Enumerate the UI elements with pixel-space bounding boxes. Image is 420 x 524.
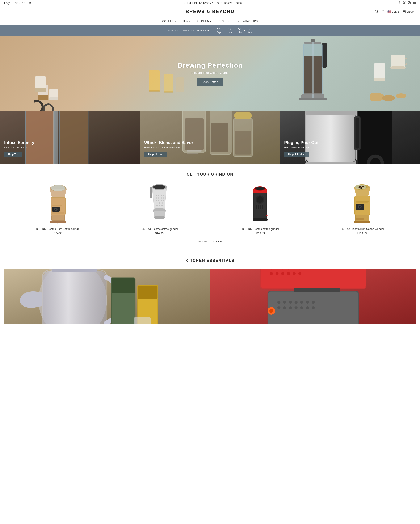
youtube-icon[interactable] bbox=[413, 1, 416, 5]
hero-section: Brewing Perfection Elevate Your Coffee G… bbox=[0, 36, 420, 111]
product-image bbox=[313, 183, 410, 225]
product-card[interactable]: BISTRO Electric Burr Coffee Grinder $74.… bbox=[10, 183, 107, 235]
svg-point-118 bbox=[154, 216, 165, 219]
shop-ebodum-button[interactable]: Shop E-Bodum bbox=[284, 152, 309, 157]
cart-button[interactable]: Cart 0 bbox=[402, 10, 414, 13]
svg-point-133 bbox=[258, 207, 259, 209]
svg-point-192 bbox=[294, 301, 297, 304]
pinterest-icon[interactable] bbox=[408, 1, 411, 5]
svg-point-199 bbox=[294, 306, 297, 309]
svg-rect-146 bbox=[356, 201, 369, 201]
product-name: BISTRO Electric Burr Coffee Grinder bbox=[10, 227, 107, 230]
grinder-copper-visual bbox=[45, 183, 71, 225]
svg-point-194 bbox=[306, 301, 309, 304]
kitchen-panel-right[interactable] bbox=[210, 269, 416, 324]
kitchen-panel-subtitle: Essentials for the modern home bbox=[144, 146, 193, 149]
nav-coffee[interactable]: COFFEE ▾ bbox=[162, 19, 176, 23]
svg-point-99 bbox=[156, 197, 157, 199]
search-icon[interactable] bbox=[375, 10, 378, 14]
sale-banner: Save up to 50% in our Annual Sale 11 Day… bbox=[0, 26, 420, 36]
account-icon[interactable] bbox=[381, 10, 385, 14]
svg-rect-25 bbox=[391, 55, 405, 68]
svg-point-26 bbox=[390, 66, 406, 69]
svg-rect-85 bbox=[52, 203, 62, 203]
svg-rect-152 bbox=[356, 215, 369, 221]
svg-point-185 bbox=[298, 272, 301, 275]
site-logo[interactable]: BREWS & BEYOND bbox=[142, 9, 278, 14]
products-carousel: ‹ bbox=[4, 183, 416, 235]
product-card[interactable]: BISTRO Electric coffee grinder $44.99 bbox=[111, 183, 208, 235]
currency-selector[interactable]: 🇺🇸 USD $ bbox=[387, 10, 399, 13]
top-bar-left: FAQ'S CONTACT US bbox=[4, 2, 31, 5]
product-card[interactable]: BISTRO Electric coffee grinder $19.99 bbox=[212, 183, 309, 235]
carousel-next-button[interactable]: › bbox=[410, 204, 416, 213]
svg-point-110 bbox=[157, 205, 158, 206]
svg-point-0 bbox=[375, 10, 377, 12]
svg-point-130 bbox=[260, 205, 261, 207]
svg-rect-35 bbox=[164, 91, 173, 93]
shop-kitchen-button[interactable]: Shop Kitchen bbox=[144, 152, 167, 157]
countdown-secs: 53 Secs bbox=[247, 27, 252, 34]
svg-rect-144 bbox=[356, 199, 369, 199]
carousel-prev-button[interactable]: ‹ bbox=[4, 204, 10, 213]
top-bar-center: ‹ FREE DELIVERY ON ALL ORDERS OVER $100 … bbox=[184, 2, 244, 5]
promo-next-button[interactable]: › bbox=[243, 2, 244, 5]
nav-brewing-tips[interactable]: BREWING TIPS bbox=[237, 19, 258, 23]
contact-link[interactable]: CONTACT US bbox=[15, 2, 31, 5]
svg-point-100 bbox=[158, 197, 159, 199]
svg-rect-74 bbox=[306, 111, 356, 115]
svg-rect-42 bbox=[60, 111, 88, 164]
shop-collection-link[interactable]: Shop the Collection bbox=[198, 240, 222, 244]
nav-recipes[interactable]: RECIPES bbox=[218, 19, 231, 23]
hero-content: Brewing Perfection Elevate Your Coffee G… bbox=[177, 61, 243, 86]
svg-rect-173 bbox=[261, 269, 366, 288]
shop-tea-button[interactable]: Shop Tea bbox=[4, 152, 22, 157]
product-price: $44.99 bbox=[111, 232, 208, 235]
svg-point-97 bbox=[161, 195, 162, 196]
countdown-days: 11 Days bbox=[217, 27, 221, 34]
svg-point-195 bbox=[312, 301, 315, 304]
svg-point-125 bbox=[255, 187, 265, 190]
product-card[interactable]: BISTRO Electric Burr Coffee Grinder $119… bbox=[313, 183, 410, 235]
kitchen-panel-left[interactable] bbox=[4, 269, 210, 324]
grinder-silver-visual bbox=[148, 183, 171, 225]
countdown-hours: 09 Hours bbox=[227, 27, 232, 34]
svg-point-205 bbox=[269, 309, 273, 313]
grind-section-title: GET YOUR GRIND ON bbox=[4, 172, 416, 176]
nav-kitchen[interactable]: KITCHEN ▾ bbox=[197, 19, 211, 23]
kitchen-essentials-title: KITCHEN ESSENTIALS bbox=[4, 258, 416, 263]
svg-rect-203 bbox=[294, 288, 340, 292]
chevron-down-icon: ▾ bbox=[175, 19, 176, 23]
svg-rect-84 bbox=[52, 202, 63, 202]
chevron-down-icon: ▾ bbox=[189, 19, 190, 23]
svg-point-190 bbox=[283, 301, 286, 304]
shop-coffee-button[interactable]: Shop Coffee bbox=[197, 78, 223, 86]
tea-panel-content: Infuse Serenity Craft Your Tea Ritual Sh… bbox=[0, 140, 38, 157]
svg-rect-83 bbox=[52, 200, 64, 201]
svg-point-180 bbox=[270, 272, 272, 275]
svg-rect-40 bbox=[53, 111, 58, 164]
svg-point-105 bbox=[161, 200, 162, 201]
svg-rect-153 bbox=[356, 218, 364, 220]
promo-prev-button[interactable]: ‹ bbox=[184, 2, 185, 5]
annual-sale-link[interactable]: Annual Sale bbox=[195, 29, 210, 32]
svg-rect-119 bbox=[149, 187, 152, 198]
nav-tea[interactable]: TEA ▾ bbox=[182, 19, 190, 23]
svg-rect-86 bbox=[52, 204, 63, 204]
svg-point-150 bbox=[359, 206, 360, 208]
site-header: BREWS & BEYOND 🇺🇸 USD $ Cart 0 bbox=[0, 6, 420, 17]
x-twitter-icon[interactable] bbox=[403, 1, 406, 5]
svg-point-108 bbox=[159, 202, 160, 204]
ebodum-panel-subtitle: Elegance in Every Sip bbox=[284, 146, 318, 149]
svg-rect-4 bbox=[38, 95, 48, 99]
svg-rect-60 bbox=[234, 112, 252, 119]
header-actions: 🇺🇸 USD $ Cart 0 bbox=[278, 10, 414, 14]
svg-point-30 bbox=[382, 95, 395, 101]
product-name: BISTRO Electric Burr Coffee Grinder bbox=[313, 227, 410, 230]
svg-rect-28 bbox=[374, 78, 385, 81]
svg-point-80 bbox=[51, 185, 66, 191]
facebook-icon[interactable] bbox=[398, 1, 401, 5]
faq-link[interactable]: FAQ'S bbox=[4, 2, 11, 5]
svg-point-111 bbox=[159, 205, 160, 206]
main-nav: COFFEE ▾ TEA ▾ KITCHEN ▾ RECIPES BREWING… bbox=[0, 17, 420, 26]
